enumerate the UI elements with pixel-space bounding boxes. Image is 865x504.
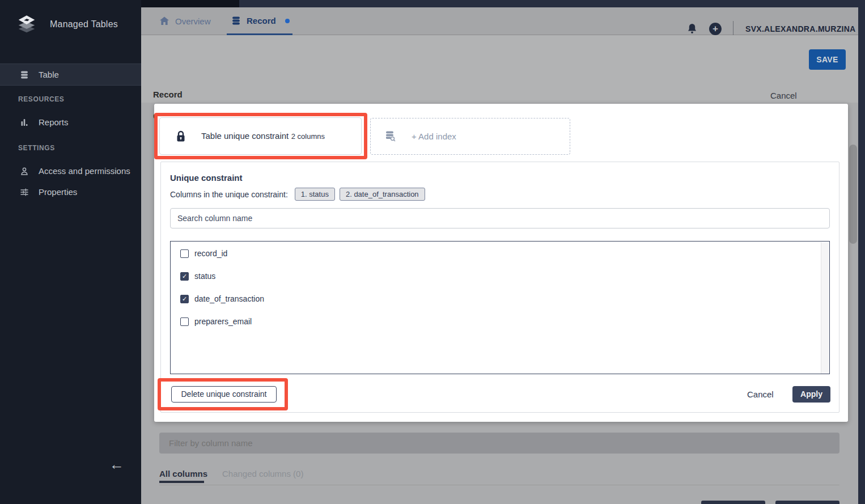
column-name: preparers_email: [194, 317, 252, 326]
tab-record[interactable]: Record: [231, 16, 290, 26]
modal-cancel-button[interactable]: Cancel: [747, 389, 774, 399]
list-item[interactable]: ✓ status: [180, 272, 215, 281]
sidebar-item-reports[interactable]: Reports: [0, 111, 141, 133]
record-header: Record Columns: 19 Rows: 25 Storage: 208…: [141, 35, 865, 103]
database-icon: [19, 70, 29, 80]
topbar-divider: [733, 21, 733, 37]
checkbox-record-id[interactable]: [180, 249, 189, 258]
column-name: record_id: [194, 249, 227, 258]
active-tab-underline: [159, 481, 204, 483]
sidebar-item-properties[interactable]: Properties: [0, 181, 141, 203]
sidebar-item-label: Table: [39, 70, 59, 79]
column-name: date_of_transaction: [194, 294, 264, 303]
checkbox-status[interactable]: ✓: [180, 272, 189, 281]
filter-column-input[interactable]: [159, 433, 839, 454]
collapse-sidebar-arrow-icon[interactable]: ←: [109, 456, 124, 473]
sidebar-item-access-and-permissions[interactable]: Access and permissions: [0, 160, 141, 182]
username[interactable]: SVX.ALEXANDRA.MURZINA: [745, 24, 856, 33]
right-edge-strip: [858, 0, 865, 504]
column-checkbox-list: record_id ✓ status ✓ date_of_transaction…: [170, 241, 830, 374]
list-item[interactable]: preparers_email: [180, 317, 252, 326]
add-index-card[interactable]: + Add index: [370, 118, 570, 155]
bell-icon[interactable]: [686, 23, 698, 35]
tab-label: Record: [247, 16, 276, 26]
sidebar-item-label: Reports: [39, 117, 69, 127]
annotation-box-constraint-card: [154, 113, 367, 159]
plus-circle-icon[interactable]: +: [709, 23, 722, 35]
person-icon: [19, 166, 29, 176]
checkbox-preparers-email[interactable]: [180, 317, 189, 326]
layers-logo-icon: [16, 14, 37, 35]
annotation-box-delete-button: [158, 378, 288, 410]
tabs-divider: [159, 485, 839, 485]
home-icon: [159, 16, 169, 26]
column-name: status: [194, 272, 215, 281]
tab-changed-columns[interactable]: Changed columns (0): [222, 469, 303, 478]
unique-constraint-section: Unique constraint Columns in the unique …: [160, 162, 839, 413]
database-icon: [231, 16, 241, 26]
unsaved-changes-dot: [285, 19, 290, 23]
list-item[interactable]: ✓ date_of_transaction: [180, 294, 264, 303]
tab-overview[interactable]: Overview: [159, 16, 211, 26]
top-tab-bar: Overview Record + SVX.ALEXANDRA.MURZINA: [141, 7, 865, 35]
sidebar-section-settings: SETTINGS: [18, 144, 55, 152]
constraint-chip[interactable]: 2. date_of_transaction: [340, 188, 425, 201]
checkbox-date-of-transaction[interactable]: ✓: [180, 295, 189, 303]
sidebar-section-resources: RESOURCES: [18, 95, 64, 103]
bottom-cutoff-button[interactable]: [775, 501, 839, 504]
sidebar-item-label: Properties: [39, 187, 77, 197]
constraint-chip[interactable]: 1. status: [295, 188, 335, 201]
bottom-cutoff-button[interactable]: [701, 501, 765, 504]
sidebar-item-table[interactable]: Table: [0, 63, 141, 86]
app-logo-row: Managed Tables: [16, 14, 118, 35]
list-scrollbar[interactable]: [821, 242, 829, 374]
sidebar: Managed Tables Table RESOURCES Reports S…: [0, 0, 141, 504]
chips-label: Columns in the unique constraint:: [170, 190, 288, 199]
app-title: Managed Tables: [50, 19, 118, 29]
section-heading: Unique constraint: [170, 173, 243, 183]
sliders-icon: [19, 187, 29, 197]
cancel-button[interactable]: Cancel: [770, 91, 797, 100]
list-item[interactable]: record_id: [180, 249, 227, 258]
tab-label: Overview: [175, 16, 211, 26]
page-title: Record: [153, 90, 183, 99]
search-column-input[interactable]: [170, 208, 830, 228]
top-strip: [141, 0, 865, 7]
top-strip-dark-segment: [141, 0, 239, 7]
database-search-icon: [385, 130, 396, 142]
add-index-label: + Add index: [412, 132, 456, 141]
sidebar-item-label: Access and permissions: [39, 166, 130, 176]
page-scrollbar-thumb[interactable]: [849, 145, 857, 244]
constraint-chips-row: Columns in the unique constraint: 1. sta…: [170, 188, 425, 201]
tab-all-columns[interactable]: All columns: [159, 469, 207, 478]
apply-button[interactable]: Apply: [792, 386, 830, 403]
bar-chart-icon: [19, 117, 29, 128]
save-button[interactable]: SAVE: [809, 49, 846, 70]
